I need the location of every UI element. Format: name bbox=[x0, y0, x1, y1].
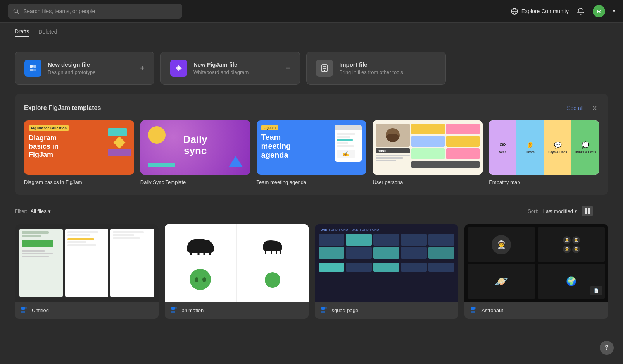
new-design-title: New design file bbox=[48, 61, 96, 68]
file-name-animation: animation bbox=[182, 307, 204, 313]
tab-deleted[interactable]: Deleted bbox=[38, 29, 57, 36]
new-design-subtitle: Design and prototype bbox=[48, 69, 96, 75]
svg-rect-26 bbox=[175, 307, 177, 309]
search-icon bbox=[13, 8, 19, 14]
new-figjam-title: New FigJam file bbox=[193, 61, 249, 68]
svg-rect-7 bbox=[30, 69, 33, 71]
svg-rect-31 bbox=[471, 311, 475, 313]
file-thumb-untitled bbox=[15, 224, 159, 302]
filter-chevron: ▾ bbox=[48, 208, 51, 214]
template-name-meeting: Team meeting agenda bbox=[257, 179, 307, 185]
file-thumb-animation bbox=[165, 224, 309, 302]
import-icon bbox=[316, 60, 333, 77]
top-nav: Search files, teams, or people Explore C… bbox=[0, 0, 623, 23]
explore-community-link[interactable]: Explore Community bbox=[511, 7, 569, 15]
main-content: New design file Design and prototype + N… bbox=[0, 42, 623, 328]
svg-point-23 bbox=[207, 240, 210, 243]
new-design-icon bbox=[24, 60, 41, 77]
file-info-untitled: Untitled bbox=[15, 302, 159, 319]
filter-label: Filter: bbox=[15, 208, 28, 214]
template-diagram[interactable]: FigJam for Education Diagrambasics inFig… bbox=[24, 120, 134, 185]
search-placeholder: Search files, teams, or people bbox=[23, 8, 95, 14]
help-button[interactable]: ? bbox=[600, 341, 614, 355]
template-name-empathy: Empathy map bbox=[489, 179, 520, 185]
svg-rect-22 bbox=[25, 307, 27, 309]
svg-rect-8 bbox=[33, 69, 36, 71]
new-figjam-card[interactable]: New FigJam file Whiteboard and diagram + bbox=[160, 52, 300, 85]
filter-value: All files bbox=[31, 208, 47, 214]
new-figjam-text: New FigJam file Whiteboard and diagram bbox=[193, 61, 249, 75]
svg-rect-17 bbox=[600, 209, 606, 209]
file-info-animation: animation bbox=[165, 302, 309, 319]
file-card-squad[interactable]: FOND FOND FOND FOND FOND FOND bbox=[315, 224, 459, 319]
new-figjam-plus: + bbox=[286, 64, 290, 73]
new-design-card[interactable]: New design file Design and prototype + bbox=[15, 52, 154, 85]
new-figjam-subtitle: Whiteboard and diagram bbox=[193, 69, 249, 75]
file-icon-animation bbox=[170, 306, 178, 314]
svg-rect-14 bbox=[588, 208, 590, 211]
sort-value: Last modified bbox=[543, 208, 573, 214]
sort-select[interactable]: Last modified ▾ bbox=[543, 208, 577, 214]
sort-label: Sort: bbox=[528, 208, 538, 214]
template-thumb-meeting: FigJam Teammeetingagenda bbox=[257, 120, 367, 175]
svg-rect-25 bbox=[171, 311, 175, 313]
files-grid: Untitled bbox=[15, 224, 608, 319]
avatar[interactable]: R bbox=[593, 5, 605, 17]
svg-rect-32 bbox=[475, 307, 476, 309]
file-card-animation[interactable]: animation bbox=[165, 224, 309, 319]
see-all-link[interactable]: See all bbox=[567, 105, 583, 111]
file-icon-squad bbox=[320, 306, 328, 314]
close-figjam-section[interactable]: ✕ bbox=[590, 103, 599, 113]
tab-drafts[interactable]: Drafts bbox=[15, 28, 29, 37]
file-info-squad: squad-page bbox=[315, 302, 459, 319]
file-card-astronaut[interactable]: 👨‍🚀 👨‍🚀 👨‍🚀 👨‍🚀 👨‍🚀 🪐 bbox=[464, 224, 608, 319]
explore-community-label: Explore Community bbox=[521, 8, 569, 14]
svg-point-9 bbox=[178, 67, 180, 69]
new-design-text: New design file Design and prototype bbox=[48, 61, 96, 75]
new-figjam-icon bbox=[170, 60, 187, 77]
template-thumb-diagram: FigJam for Education Diagrambasics inFig… bbox=[24, 120, 134, 175]
action-cards-row: New design file Design and prototype + N… bbox=[15, 52, 608, 85]
file-icon-astronaut bbox=[470, 306, 478, 314]
template-persona[interactable]: Name bbox=[373, 120, 483, 185]
file-thumb-astronaut: 👨‍🚀 👨‍🚀 👨‍🚀 👨‍🚀 👨‍🚀 🪐 bbox=[464, 224, 608, 302]
template-name-persona: User persona bbox=[373, 179, 403, 185]
list-view-icon bbox=[600, 208, 606, 214]
figjam-header: Explore FigJam templates See all ✕ bbox=[24, 103, 599, 113]
new-design-plus: + bbox=[140, 64, 145, 73]
sort-chevron: ▾ bbox=[575, 208, 577, 214]
svg-rect-19 bbox=[600, 213, 606, 213]
template-empathy[interactable]: 👁 Sees 👂 Hears 💬 Says & Does 💭 bbox=[489, 120, 599, 185]
empathy-sees: 👁 Sees bbox=[489, 120, 516, 175]
figjam-section-title: Explore FigJam templates bbox=[24, 105, 101, 112]
template-daily-sync[interactable]: Dailysync Daily Sync Template bbox=[140, 120, 250, 185]
svg-rect-13 bbox=[585, 208, 587, 211]
template-thumb-persona: Name bbox=[373, 120, 483, 175]
svg-rect-29 bbox=[325, 307, 327, 309]
empathy-says: 💬 Says & Does bbox=[544, 120, 571, 175]
file-name-untitled: Untitled bbox=[32, 307, 49, 313]
view-list-button[interactable] bbox=[597, 206, 608, 216]
template-name-diagram: Diagram basics in FigJam bbox=[24, 179, 82, 185]
file-info-astronaut: Astronaut bbox=[464, 302, 608, 319]
file-card-untitled[interactable]: Untitled bbox=[15, 224, 159, 319]
import-title: Import file bbox=[339, 61, 403, 68]
svg-rect-20 bbox=[21, 307, 25, 310]
avatar-dropdown-chevron[interactable]: ▾ bbox=[613, 9, 615, 14]
view-grid-button[interactable] bbox=[582, 206, 593, 216]
search-bar[interactable]: Search files, teams, or people bbox=[8, 4, 182, 19]
filter-select[interactable]: All files ▾ bbox=[31, 208, 51, 214]
template-meeting[interactable]: FigJam Teammeetingagenda bbox=[257, 120, 367, 185]
svg-rect-16 bbox=[588, 211, 590, 214]
template-name-daily-sync: Daily Sync Template bbox=[140, 179, 186, 185]
import-file-icon bbox=[320, 64, 329, 73]
template-thumb-empathy: 👁 Sees 👂 Hears 💬 Says & Does 💭 bbox=[489, 120, 599, 175]
figma-design-icon bbox=[28, 64, 38, 73]
grid-view-icon bbox=[584, 208, 590, 214]
svg-rect-27 bbox=[321, 307, 325, 310]
empathy-hears: 👂 Hears bbox=[516, 120, 544, 175]
import-card[interactable]: Import file Bring in files from other to… bbox=[306, 52, 446, 85]
notification-icon[interactable] bbox=[576, 7, 585, 15]
empathy-thinks: 💭 Thinks & Feels bbox=[571, 120, 599, 175]
svg-rect-6 bbox=[33, 65, 36, 68]
